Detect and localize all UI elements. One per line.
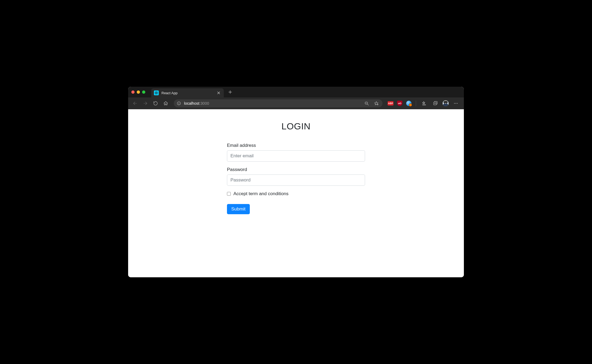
page-title: LOGIN <box>227 121 365 132</box>
svg-marker-19 <box>423 101 425 104</box>
react-favicon-icon <box>154 90 159 95</box>
svg-point-0 <box>156 93 157 93</box>
terms-checkbox[interactable] <box>227 192 231 196</box>
login-form: LOGIN Email address Password Accept term… <box>227 109 365 277</box>
home-button[interactable] <box>161 99 171 108</box>
browser-tab[interactable]: React App <box>151 88 224 97</box>
svg-point-27 <box>457 103 457 104</box>
tab-title: React App <box>161 91 216 95</box>
browser-toolbar: localhost:3000 ABP uO <box>128 97 464 109</box>
window-close-button[interactable] <box>131 90 135 94</box>
profile-avatar[interactable] <box>442 100 449 107</box>
ublock-extension-icon[interactable]: uO <box>396 100 403 107</box>
zoom-out-icon[interactable] <box>363 100 370 107</box>
refresh-button[interactable] <box>151 99 160 108</box>
browser-window: React App <box>128 87 464 277</box>
terms-label[interactable]: Accept term and conditions <box>233 191 288 196</box>
window-controls <box>130 90 147 94</box>
password-label: Password <box>227 167 365 172</box>
abp-badge: ABP <box>388 101 394 105</box>
svg-point-25 <box>454 103 455 104</box>
url-text: localhost:3000 <box>184 101 360 105</box>
abp-extension-icon[interactable]: ABP <box>387 100 394 107</box>
toolbar-separator <box>416 100 416 106</box>
back-button[interactable] <box>130 99 140 108</box>
address-bar[interactable]: localhost:3000 <box>174 99 382 107</box>
tab-strip: React App <box>128 87 464 97</box>
favorite-icon[interactable] <box>373 100 380 107</box>
svg-line-14 <box>367 104 369 105</box>
more-menu-icon[interactable] <box>451 99 461 108</box>
url-port: :3000 <box>199 101 209 105</box>
email-label: Email address <box>227 143 365 148</box>
email-input[interactable] <box>227 150 365 162</box>
devtools-extension-icon[interactable] <box>405 100 413 107</box>
password-group: Password <box>227 167 365 186</box>
window-minimize-button[interactable] <box>137 90 140 94</box>
tab-close-button[interactable] <box>216 90 221 95</box>
submit-button[interactable]: Submit <box>227 204 250 214</box>
terms-group: Accept term and conditions <box>227 191 365 196</box>
collections-icon[interactable] <box>431 99 440 108</box>
page-viewport: LOGIN Email address Password Accept term… <box>128 109 464 277</box>
favorites-list-icon[interactable] <box>419 99 429 108</box>
email-group: Email address <box>227 143 365 162</box>
password-input[interactable] <box>227 174 365 186</box>
url-host: localhost <box>184 101 199 105</box>
site-info-icon[interactable] <box>176 101 181 106</box>
new-tab-button[interactable] <box>226 88 234 96</box>
extensions-area: ABP uO <box>386 99 462 108</box>
window-maximize-button[interactable] <box>142 90 145 94</box>
ublock-badge: uO <box>397 101 402 106</box>
svg-point-26 <box>456 103 456 104</box>
forward-button[interactable] <box>140 99 150 108</box>
